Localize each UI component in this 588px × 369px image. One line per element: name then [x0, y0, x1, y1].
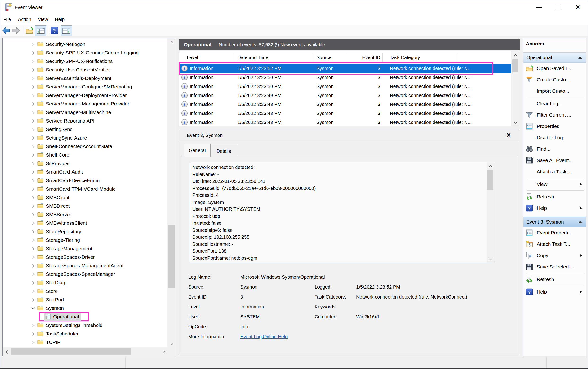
tree-item-storagemanagement[interactable]: StorageManagement [3, 244, 167, 253]
tree-item-settingsync-azure[interactable]: SettingSync-Azure [3, 134, 167, 142]
tree-item-security-netlogon[interactable]: Security-Netlogon [3, 40, 167, 49]
tree-vertical-scrollbar[interactable] [167, 38, 176, 348]
tree-item-storage-tiering[interactable]: Storage-Tiering [3, 236, 167, 244]
menu-help[interactable]: Help [55, 14, 65, 25]
expand-chevron-icon[interactable] [31, 128, 35, 131]
action-open-saved-l[interactable]: Open Saved L... [523, 63, 586, 74]
tree-item-stordiag[interactable]: StorDiag [3, 278, 167, 287]
expand-chevron-icon[interactable] [31, 170, 35, 174]
tree-item-serveressentials-deployment[interactable]: ServerEssentials-Deployment [3, 74, 167, 82]
tree-item-smartcard-deviceenum[interactable]: SmartCard-DeviceEnum [3, 176, 167, 185]
tree-item-sysmon[interactable]: Sysmon [3, 304, 167, 312]
expand-chevron-icon[interactable] [31, 77, 35, 80]
expand-chevron-icon[interactable] [31, 289, 35, 293]
expand-chevron-icon[interactable] [31, 332, 35, 335]
expand-chevron-icon[interactable] [31, 42, 35, 46]
tree-item-storagespaces-spacemanager[interactable]: StorageSpaces-SpaceManager [3, 270, 167, 278]
action-refresh[interactable]: Refresh [523, 191, 586, 203]
back-button[interactable] [2, 26, 10, 35]
event-log-online-help-link[interactable]: Event Log Online Help [240, 333, 288, 340]
tree-item-smbserver[interactable]: SMBServer [3, 210, 167, 219]
events-vertical-scrollbar[interactable] [511, 51, 519, 126]
expand-chevron-icon[interactable] [31, 94, 35, 97]
show-console-tree-toggle[interactable] [35, 25, 46, 36]
tree-item-smartcard-audit[interactable]: SmartCard-Audit [3, 168, 167, 176]
column-header-date[interactable]: Date and Time [237, 51, 268, 64]
event-row[interactable]: iInformation1/5/2022 3:23:49 PMSysmon3Ne… [179, 91, 511, 100]
menu-file[interactable]: File [3, 14, 11, 25]
action-disable-log[interactable]: Disable Log [523, 132, 586, 143]
expand-chevron-icon[interactable] [31, 221, 35, 225]
expand-chevron-icon[interactable] [31, 213, 35, 216]
expand-chevron-icon[interactable] [31, 196, 35, 199]
event-row[interactable]: iInformation1/5/2022 3:23:48 PMSysmon3Ne… [179, 100, 511, 109]
action-save-all-event[interactable]: Save All Event... [523, 155, 586, 166]
forward-button[interactable] [12, 26, 20, 35]
tree-item-storagespaces-managementagent[interactable]: StorageSpaces-ManagementAgent [3, 261, 167, 270]
action-attach-task-t[interactable]: Attach Task T... [523, 238, 586, 250]
tree-item-silprovider[interactable]: SilProvider [3, 159, 167, 168]
actions-section-event-3-sysmon[interactable]: Event 3, Sysmon [523, 217, 586, 227]
help-button[interactable]: ? [50, 26, 59, 35]
expand-chevron-icon[interactable] [31, 102, 35, 105]
tree-item-servermanager-multimachine[interactable]: ServerManager-MultiMachine [3, 108, 167, 117]
expand-chevron-icon[interactable] [31, 281, 35, 284]
action-refresh[interactable]: Refresh [523, 274, 586, 285]
action-import-custo[interactable]: Import Custo... [523, 85, 586, 97]
event-row[interactable]: iInformation1/5/2022 3:23:50 PMSysmon3Ne… [179, 73, 511, 82]
minimize-button[interactable] [529, 0, 549, 14]
expand-chevron-icon[interactable] [31, 51, 35, 54]
action-save-selected[interactable]: Save Selected ... [523, 261, 586, 273]
expand-chevron-icon[interactable] [31, 298, 35, 301]
tree-item-taskscheduler[interactable]: TaskScheduler [3, 329, 167, 338]
actions-section-operational[interactable]: Operational [523, 52, 586, 63]
scroll-up-button[interactable] [511, 51, 519, 59]
column-header-source[interactable]: Source [316, 51, 331, 64]
scrollbar-thumb[interactable] [512, 59, 518, 72]
expand-chevron-icon[interactable] [31, 324, 35, 327]
action-find[interactable]: Find... [523, 143, 586, 155]
expand-chevron-icon[interactable] [31, 136, 35, 140]
column-header-level[interactable]: Level [187, 51, 198, 64]
tree-item-storagespaces-driver[interactable]: StorageSpaces-Driver [3, 253, 167, 261]
expand-chevron-icon[interactable] [31, 153, 35, 157]
event-row[interactable]: iInformation1/5/2022 3:23:48 PMSysmon3Ne… [179, 118, 511, 126]
tree-horizontal-scrollbar[interactable] [3, 348, 167, 356]
expand-chevron-icon[interactable] [31, 256, 35, 259]
column-header-event-id[interactable]: Event ID [345, 51, 380, 64]
event-row[interactable]: iInformation1/5/2022 3:23:48 PMSysmon3Ne… [179, 109, 511, 118]
action-properties[interactable]: Properties [523, 121, 586, 132]
tree-item-smbclient[interactable]: SMBClient [3, 193, 167, 202]
scrollbar-thumb[interactable] [11, 348, 131, 355]
expand-chevron-icon[interactable] [31, 247, 35, 250]
show-action-pane-toggle[interactable] [61, 25, 72, 36]
expand-chevron-icon[interactable] [31, 273, 35, 276]
expand-chevron-icon[interactable] [31, 60, 35, 63]
column-separator[interactable] [383, 53, 383, 62]
tab-general[interactable]: General [184, 144, 211, 157]
tree-item-security-userconsentverifier[interactable]: Security-UserConsentVerifier [3, 65, 167, 74]
scrollbar-thumb[interactable] [168, 225, 175, 288]
tree-item-storport[interactable]: StorPort [3, 296, 167, 304]
tree-item-shell-core[interactable]: Shell-Core [3, 151, 167, 159]
scroll-left-button[interactable] [3, 348, 11, 356]
expand-chevron-icon[interactable] [31, 179, 35, 182]
tree-item-tcpip[interactable]: TCPIP [3, 338, 167, 347]
expand-chevron-icon[interactable] [31, 162, 35, 165]
action-filter-current[interactable]: Filter Current ... [523, 109, 586, 121]
tree-item-systemsettingsthreshold[interactable]: SystemSettingsThreshold [3, 321, 167, 329]
expand-chevron-icon[interactable] [31, 85, 35, 88]
expand-chevron-icon[interactable] [31, 264, 35, 267]
expand-chevron-icon[interactable] [31, 238, 35, 242]
collapse-triangle-icon[interactable] [578, 221, 582, 223]
expand-chevron-icon[interactable] [31, 119, 35, 123]
action-copy[interactable]: Copy [523, 250, 586, 261]
tree-item-store[interactable]: Store [3, 287, 167, 296]
tree-item-servermanager-deploymentprovider[interactable]: ServerManager-DeploymentProvider [3, 91, 167, 100]
tree-item-service-reporting-api[interactable]: Service Reporting API [3, 117, 167, 125]
scroll-right-button[interactable] [159, 348, 167, 356]
open-saved-log-button[interactable] [25, 26, 34, 35]
maximize-button[interactable] [549, 0, 568, 14]
tree-item-staterepository[interactable]: StateRepository [3, 227, 167, 236]
expand-chevron-icon[interactable] [31, 341, 35, 344]
